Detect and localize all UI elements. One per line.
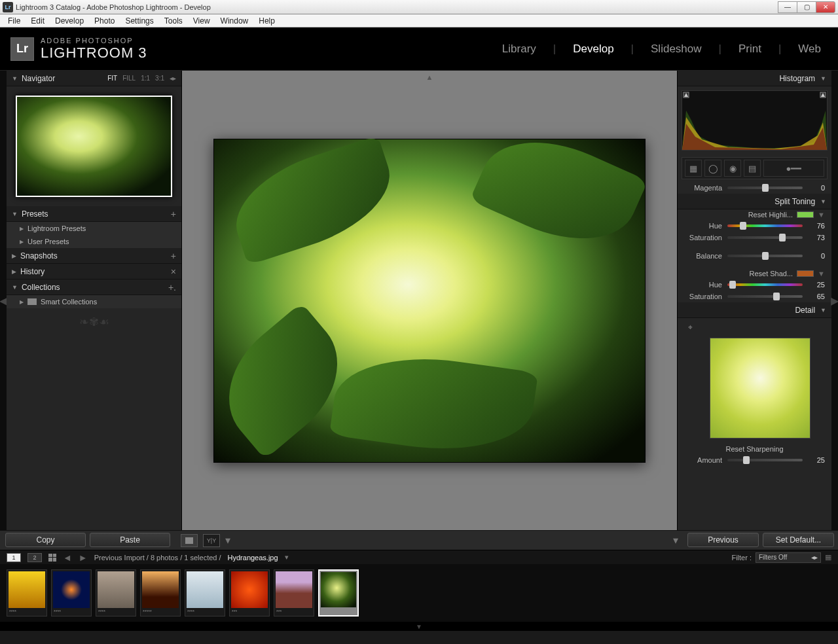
bottom-collapse[interactable]: ▼	[0, 622, 838, 631]
maximize-button[interactable]: ▢	[797, 1, 816, 13]
toolbar-menu-icon[interactable]: ▾	[225, 534, 230, 546]
menu-edit[interactable]: Edit	[26, 15, 50, 27]
page-2[interactable]: 2	[27, 553, 42, 562]
compare-view-button[interactable]: Y|Y	[203, 534, 220, 547]
menu-develop[interactable]: Develop	[50, 15, 89, 27]
menu-tools[interactable]: Tools	[159, 15, 188, 27]
histogram-header[interactable]: Histogram▼	[678, 71, 831, 86]
right-expander[interactable]: ▶	[831, 71, 838, 530]
nav-zoom-menu[interactable]: ◂▸	[170, 75, 176, 82]
filmstrip-thumb[interactable]: ***	[229, 569, 270, 617]
window-titlebar: Lr Lightroom 3 Catalog - Adobe Photoshop…	[0, 0, 838, 14]
magenta-slider[interactable]: Magenta 0	[678, 182, 831, 194]
menu-window[interactable]: Window	[215, 15, 254, 27]
filter-label: Filter :	[731, 554, 752, 562]
balance-slider[interactable]: Balance0	[678, 250, 831, 262]
menu-help[interactable]: Help	[253, 15, 280, 27]
filter-lock-icon[interactable]: ▦	[825, 553, 831, 562]
filmstrip-thumb[interactable]: ***	[318, 569, 359, 617]
module-library[interactable]: Library	[496, 43, 543, 56]
hi-sat-slider[interactable]: Saturation73	[678, 232, 831, 243]
menu-photo[interactable]: Photo	[89, 15, 120, 27]
disclosure-icon: ▶	[12, 253, 16, 259]
logo-badge: Lr	[10, 37, 34, 61]
secondary-toolbar: Copy Paste Y|Y ▾ ▾ Previous Set Default.…	[0, 530, 838, 550]
breadcrumb[interactable]: Previous Import / 8 photos / 1 selected …	[94, 554, 221, 562]
nav-fill[interactable]: FILL	[122, 75, 136, 82]
module-picker: Library| Develop| Slideshow| Print| Web	[496, 43, 828, 56]
nav-fit[interactable]: FIT	[107, 75, 117, 82]
nav-1to1[interactable]: 1:1	[141, 75, 150, 82]
loupe-view[interactable]: ▲	[182, 71, 677, 530]
history-header[interactable]: ▶ History ×	[7, 264, 181, 279]
preset-folder[interactable]: ▶User Presets	[7, 235, 181, 248]
module-print[interactable]: Print	[732, 43, 768, 56]
module-slideshow[interactable]: Slideshow	[644, 43, 708, 56]
module-develop[interactable]: Develop	[566, 43, 620, 56]
main-photo[interactable]	[213, 139, 646, 463]
rating-stars: ****	[96, 609, 136, 616]
redeye-tool[interactable]: ◉	[724, 160, 741, 177]
menu-settings[interactable]: Settings	[120, 15, 158, 27]
filmstrip-thumb[interactable]: ***	[274, 569, 314, 617]
filter-select[interactable]: Filters Off◂▸	[756, 552, 821, 563]
snapshots-header[interactable]: ▶ Snapshots +	[7, 248, 181, 264]
minimize-button[interactable]: —	[778, 1, 797, 13]
detail-target-icon[interactable]: ⌖	[688, 323, 693, 332]
page-1[interactable]: 1	[7, 553, 21, 562]
filmstrip-thumb[interactable]: ****	[96, 569, 136, 617]
sh-sat-slider[interactable]: Saturation65	[678, 291, 831, 302]
reset-shadows[interactable]: Reset Shad...▼	[678, 268, 831, 279]
amount-slider[interactable]: Amount25	[678, 454, 831, 466]
sh-hue-slider[interactable]: Hue25	[678, 279, 831, 291]
detail-header[interactable]: Detail▼	[678, 302, 831, 318]
toolbar-right-menu[interactable]: ▾	[673, 534, 678, 546]
navigator-header[interactable]: ▼ Navigator FIT FILL 1:1 3:1 ◂▸	[7, 71, 181, 86]
set-default-button[interactable]: Set Default...	[763, 533, 834, 547]
clear-history-icon[interactable]: ×	[171, 266, 176, 277]
left-expander[interactable]: ◀	[0, 71, 7, 530]
filmstrip-thumb[interactable]: ****	[7, 569, 47, 617]
loupe-view-button[interactable]	[181, 534, 198, 547]
filmstrip-thumb[interactable]: *****	[140, 569, 181, 617]
grid-icon[interactable]	[48, 554, 56, 562]
filename-menu-icon[interactable]: ▾	[285, 553, 289, 562]
crop-tool[interactable]: ▦	[685, 160, 702, 177]
copy-button[interactable]: Copy	[5, 533, 86, 547]
add-collection-icon[interactable]: +.	[168, 282, 176, 293]
next-arrow-icon[interactable]: ►	[79, 552, 88, 563]
close-button[interactable]: ✕	[816, 1, 835, 13]
detail-thumbnail[interactable]	[710, 338, 811, 438]
spot-tool[interactable]: ◯	[704, 160, 721, 177]
navigator-thumbnail[interactable]	[16, 96, 172, 197]
brush-tool[interactable]: ●━━	[763, 160, 824, 177]
module-web[interactable]: Web	[792, 43, 828, 56]
prev-arrow-icon[interactable]: ◄	[63, 552, 72, 563]
collections-header[interactable]: ▼ Collections +.	[7, 279, 181, 295]
previous-button[interactable]: Previous	[687, 533, 759, 547]
preset-folder[interactable]: ▶Lightroom Presets	[7, 222, 181, 235]
filmstrip-thumb[interactable]: ****	[51, 569, 92, 617]
reset-highlights[interactable]: Reset Highli...▼	[678, 209, 831, 220]
add-snapshot-icon[interactable]: +	[171, 251, 176, 261]
paste-button[interactable]: Paste	[90, 533, 170, 547]
presets-header[interactable]: ▼ Presets +	[7, 206, 181, 222]
nav-3to1[interactable]: 3:1	[155, 75, 164, 82]
menu-view[interactable]: View	[188, 15, 215, 27]
histogram[interactable]	[682, 90, 828, 151]
menu-file[interactable]: File	[3, 15, 26, 27]
hi-hue-slider[interactable]: Hue76	[678, 220, 831, 232]
current-filename[interactable]: Hydrangeas.jpg	[228, 554, 278, 562]
rating-stars: ****	[52, 609, 91, 616]
reset-sharpening[interactable]: Reset Sharpening	[678, 444, 831, 454]
split-toning-header[interactable]: Split Toning▼	[678, 194, 831, 209]
grad-tool[interactable]: ▤	[744, 160, 761, 177]
add-preset-icon[interactable]: +	[171, 209, 176, 219]
disclosure-icon: ▼	[12, 75, 18, 82]
left-panel: ▼ Navigator FIT FILL 1:1 3:1 ◂▸ ▼ Preset…	[7, 71, 182, 530]
filmstrip-thumb[interactable]: ****	[185, 569, 225, 617]
tool-strip: ▦ ◯ ◉ ▤ ●━━	[682, 157, 828, 179]
collection-item[interactable]: ▶Smart Collections	[7, 295, 181, 308]
filmstrip[interactable]: ******************************	[0, 564, 838, 622]
top-collapse-icon[interactable]: ▲	[426, 73, 433, 81]
